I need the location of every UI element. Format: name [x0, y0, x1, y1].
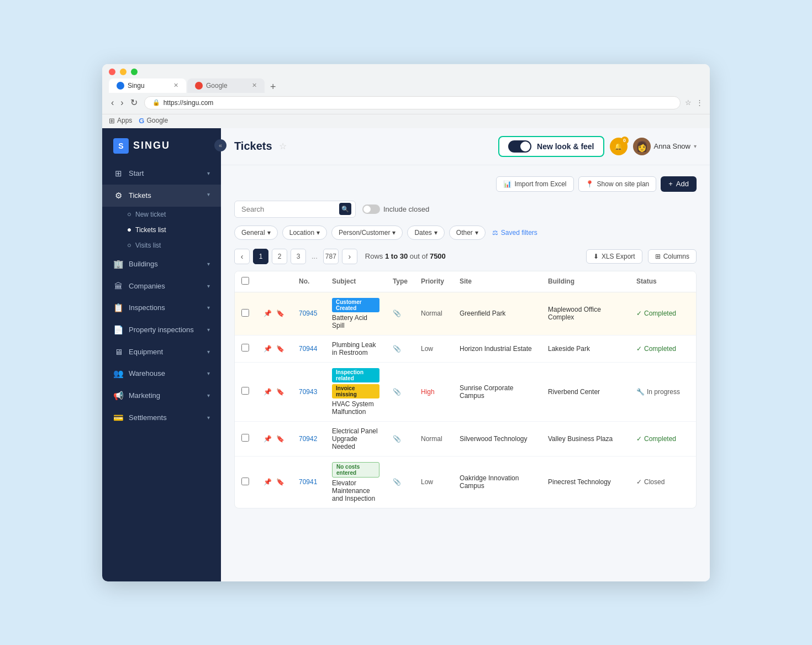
bookmarks-apps[interactable]: ⊞ Apps: [109, 117, 132, 125]
bookmark-icon[interactable]: 🔖: [275, 387, 286, 397]
new-look-toggle[interactable]: [508, 140, 531, 153]
prev-page-button[interactable]: ‹: [234, 249, 250, 264]
page-content: 📊 Import from Excel 📍 Show on site plan …: [221, 165, 710, 520]
search-button[interactable]: 🔍: [339, 203, 351, 215]
sidebar-subitem-visits-list[interactable]: Visits list: [102, 238, 221, 253]
row-4-checkbox[interactable]: [241, 434, 249, 442]
row-3-checkbox[interactable]: [241, 387, 249, 395]
pin-icon[interactable]: 📌: [262, 387, 273, 397]
browser-controls: [109, 69, 703, 75]
ticket-no-70944[interactable]: 70944: [299, 345, 317, 353]
user-menu[interactable]: 👩 Anna Snow ▾: [633, 138, 697, 155]
search-input[interactable]: [234, 201, 356, 218]
select-all-checkbox[interactable]: [241, 277, 249, 285]
xls-export-button[interactable]: ⬇ XLS Export: [586, 249, 642, 264]
sidebar-subitem-new-ticket[interactable]: New ticket: [102, 207, 221, 222]
next-page-button[interactable]: ›: [342, 249, 357, 264]
apps-icon: ⊞: [109, 117, 115, 125]
reload-button[interactable]: ↻: [128, 96, 140, 109]
page-2-button[interactable]: 2: [272, 249, 287, 264]
sidebar-item-inspections[interactable]: 📋 Inspections ▾: [102, 297, 221, 319]
sidebar-item-companies[interactable]: 🏛 Companies ▾: [102, 275, 221, 297]
bookmark-icon[interactable]: 🔖: [275, 308, 286, 318]
sidebar-item-property-inspections[interactable]: 📄 Property inspections ▾: [102, 319, 221, 341]
ticket-no-70941[interactable]: 70941: [299, 478, 317, 486]
tab-singu[interactable]: Singu ✕: [109, 78, 186, 93]
sidebar-item-buildings[interactable]: 🏢 Buildings ▾: [102, 253, 221, 275]
tab-google[interactable]: Google ✕: [187, 78, 265, 93]
new-look-banner[interactable]: New look & feel: [498, 136, 604, 157]
sidebar-item-start[interactable]: ⊞ Start ▾: [102, 162, 221, 185]
bookmark-icon[interactable]: 🔖: [275, 477, 286, 487]
add-button[interactable]: + Add: [661, 176, 697, 192]
saved-filters-button[interactable]: ⚖ Saved filters: [492, 229, 537, 237]
bookmark-star-icon[interactable]: ☆: [685, 98, 692, 107]
show-site-plan-button[interactable]: 📍 Show on site plan: [578, 176, 657, 192]
sidebar-item-marketing[interactable]: 📢 Marketing ▾: [102, 385, 221, 407]
win-close-btn[interactable]: [109, 69, 115, 75]
general-label: General: [241, 229, 265, 237]
pin-icon[interactable]: 📌: [262, 434, 273, 444]
columns-button[interactable]: ⊞ Columns: [648, 249, 697, 264]
win-min-btn[interactable]: [120, 69, 126, 75]
filter-location[interactable]: Location ▾: [282, 226, 327, 240]
sidebar-item-settlements[interactable]: 💳 Settlements ▾: [102, 407, 221, 429]
win-max-btn[interactable]: [131, 69, 138, 75]
tab-google-close[interactable]: ✕: [252, 82, 257, 89]
forward-button[interactable]: ›: [118, 97, 125, 109]
location-label: Location: [289, 229, 314, 237]
other-chevron-icon: ▾: [475, 229, 478, 237]
badge-inspection-related: Inspection related: [332, 368, 379, 382]
back-button[interactable]: ‹: [109, 97, 116, 109]
row-1-subject-cell: Customer Created Battery Acid Spill: [325, 292, 386, 335]
sidebar-item-equipment[interactable]: 🖥 Equipment ▾: [102, 341, 221, 363]
row-4-priority: Normal: [421, 435, 442, 443]
filter-general[interactable]: General ▾: [234, 226, 278, 240]
person-customer-label: Person/Customer: [339, 229, 390, 237]
general-chevron-icon: ▾: [267, 229, 271, 237]
sidebar-subitem-tickets-list[interactable]: Tickets list: [102, 222, 221, 238]
page-last-button[interactable]: 787: [323, 249, 339, 264]
filter-dates[interactable]: Dates ▾: [407, 226, 444, 240]
pin-icon[interactable]: 📌: [262, 477, 273, 487]
row-1-checkbox[interactable]: [241, 309, 249, 317]
page-1-button[interactable]: 1: [253, 249, 268, 264]
bookmarks-google[interactable]: G Google: [139, 117, 168, 125]
more-icon[interactable]: ⋮: [696, 98, 703, 107]
ticket-no-70945[interactable]: 70945: [299, 310, 317, 317]
favorite-star-icon[interactable]: ☆: [279, 141, 287, 151]
ticket-no-70942[interactable]: 70942: [299, 435, 317, 443]
filter-person-customer[interactable]: Person/Customer ▾: [331, 226, 403, 240]
buildings-arrow-icon: ▾: [207, 261, 210, 267]
marketing-arrow-icon: ▾: [207, 392, 210, 398]
new-tab-button[interactable]: +: [266, 81, 281, 93]
sidebar-collapse-btn[interactable]: «: [214, 139, 226, 151]
sidebar-item-warehouse[interactable]: 👥 Warehouse ▾: [102, 363, 221, 385]
page-3-button[interactable]: 3: [291, 249, 306, 264]
notification-button[interactable]: 🔔 0: [610, 138, 628, 155]
closed-toggle-switch[interactable]: [362, 204, 380, 214]
badge-customer-created: Customer Created: [332, 298, 379, 312]
notif-badge: 0: [621, 137, 629, 144]
visits-list-label: Visits list: [135, 242, 161, 249]
pin-icon[interactable]: 📌: [262, 344, 273, 354]
sidebar-item-tickets[interactable]: ⚙ Tickets ▴: [102, 185, 221, 207]
row-3-site: Sunrise Corporate Campus: [453, 362, 541, 421]
pin-icon[interactable]: 📌: [262, 308, 273, 318]
tab-singu-close[interactable]: ✕: [173, 82, 178, 89]
tickets-list-dot: [128, 228, 131, 232]
row-2-checkbox[interactable]: [241, 344, 249, 352]
row-5-checkbox[interactable]: [241, 478, 249, 485]
row-4-type-icon: 📎: [393, 435, 401, 443]
visits-list-dot: [128, 244, 131, 247]
address-bar[interactable]: 🔒 https://singu.com: [144, 96, 681, 109]
include-closed-toggle[interactable]: Include closed: [362, 204, 429, 214]
new-ticket-label: New ticket: [135, 211, 166, 218]
import-excel-button[interactable]: 📊 Import from Excel: [496, 176, 574, 192]
bookmark-icon[interactable]: 🔖: [275, 434, 286, 444]
bookmark-icon[interactable]: 🔖: [275, 344, 286, 354]
page-title: Tickets: [234, 140, 272, 153]
filter-other[interactable]: Other ▾: [449, 226, 486, 240]
ticket-no-70943[interactable]: 70943: [299, 388, 317, 396]
row-2-status: ✓ Completed: [636, 345, 689, 353]
